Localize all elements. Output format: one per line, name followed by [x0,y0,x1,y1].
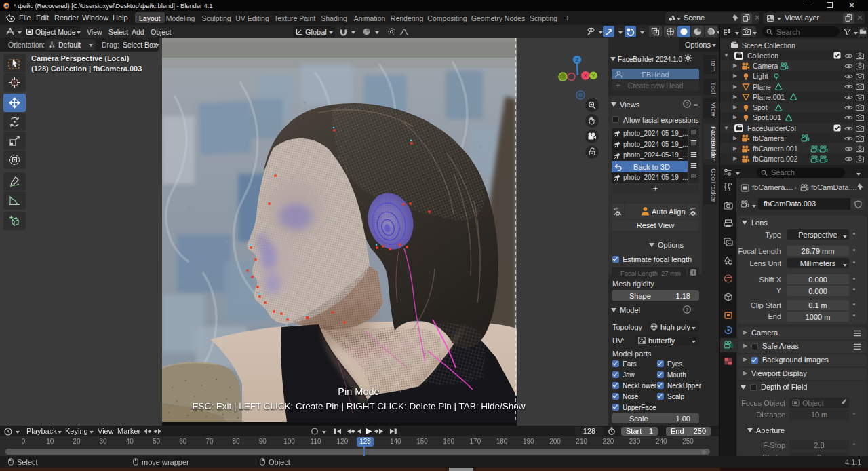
svg-text:?: ? [686,307,689,313]
svg-text:45°: 45° [614,207,619,211]
svg-text:Y: Y [591,73,595,79]
svg-text:?: ? [686,101,689,107]
svg-text:45°: 45° [690,207,696,211]
svg-text:X: X [584,73,587,79]
svg-text:Z: Z [576,57,579,63]
